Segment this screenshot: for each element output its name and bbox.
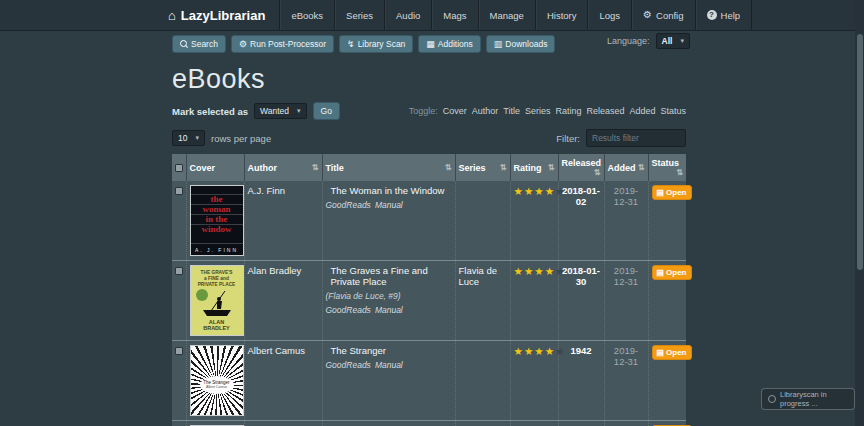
column-header-status[interactable]: Status⇅ xyxy=(648,154,686,181)
manual-link[interactable]: Manual xyxy=(375,200,403,210)
downloads-button[interactable]: ▥Downloads xyxy=(486,35,556,53)
title-link[interactable]: The Stranger xyxy=(326,345,452,356)
nav-item-logs[interactable]: Logs xyxy=(587,0,631,30)
author-link[interactable]: Albert Camus xyxy=(248,345,306,356)
star-filled-icon: ★ xyxy=(545,345,555,357)
nav-item-help[interactable]: ?Help xyxy=(695,0,753,30)
sort-icon[interactable]: ⇅ xyxy=(312,163,319,172)
row-checkbox[interactable] xyxy=(175,267,183,275)
additions-button[interactable]: ▦Additions xyxy=(418,35,480,53)
open-button-label: Open xyxy=(666,348,686,357)
source-links: GoodReadsManual xyxy=(326,360,452,370)
toggle-link-author[interactable]: Author xyxy=(472,106,499,116)
scrollbar-track[interactable] xyxy=(855,0,864,426)
toggle-link-cover[interactable]: Cover xyxy=(443,106,467,116)
app-brand[interactable]: ⌂ LazyLibrarian xyxy=(168,0,279,30)
filter-input[interactable] xyxy=(586,129,686,147)
title-link[interactable]: The Graves a Fine and Private Place xyxy=(326,265,452,287)
nav-items: eBooksSeriesAudioMagsManageHistoryLogs⚙C… xyxy=(279,0,752,30)
toggle-link-status[interactable]: Status xyxy=(660,106,686,116)
title-cell: The Woman in the WindowGoodReadsManual xyxy=(322,181,455,261)
select-all-checkbox[interactable] xyxy=(175,164,183,172)
manual-link[interactable]: Manual xyxy=(375,305,403,315)
column-header-series[interactable]: Series⇅ xyxy=(455,154,510,181)
rows-per-page-select[interactable]: 10 ▾ xyxy=(172,130,205,146)
open-button[interactable]: ▤Open xyxy=(652,185,692,200)
manual-link[interactable]: Manual xyxy=(375,360,403,370)
toast-notification[interactable]: Libraryscan in progress ... xyxy=(761,388,855,410)
book-cover-stranger[interactable]: The StrangerAlbert Camus xyxy=(190,345,244,416)
toggle-link-rating[interactable]: Rating xyxy=(555,106,581,116)
scrollbar-thumb[interactable] xyxy=(857,34,863,270)
app-brand-label: LazyLibrarian xyxy=(181,8,266,23)
star-rating[interactable]: ★★★★★ xyxy=(514,265,566,277)
nav-item-label: Logs xyxy=(599,10,620,21)
star-rating[interactable]: ★★★★★ xyxy=(514,185,566,197)
author-link[interactable]: A.J. Finn xyxy=(248,185,286,196)
rating-cell: ★★★★★ xyxy=(510,181,558,261)
nav-item-history[interactable]: History xyxy=(535,0,588,30)
nav-item-mags[interactable]: Mags xyxy=(431,0,477,30)
row-checkbox[interactable] xyxy=(175,347,183,355)
goodreads-link[interactable]: GoodReads xyxy=(326,305,371,315)
nav-item-label: eBooks xyxy=(291,10,323,21)
goodreads-link[interactable]: GoodReads xyxy=(326,200,371,210)
column-header-author[interactable]: Author⇅ xyxy=(244,154,322,181)
nav-item-series[interactable]: Series xyxy=(334,0,384,30)
title-cell: The Graves a Fine and Private Place(Flav… xyxy=(322,261,455,341)
search-button[interactable]: Search xyxy=(172,35,226,53)
library-scan-button[interactable]: ↯Library Scan xyxy=(339,35,413,53)
nav-item-manage[interactable]: Manage xyxy=(478,0,535,30)
column-header-title[interactable]: Title⇅ xyxy=(322,154,455,181)
toggle-link-added[interactable]: Added xyxy=(629,106,655,116)
author-link[interactable]: Alan Bradley xyxy=(248,265,302,276)
star-filled-icon: ★ xyxy=(514,185,524,197)
book-cover-graves[interactable]: THE GRAVE'Sa FINE andPRIVATE PLACEALANBR… xyxy=(190,265,244,336)
chevron-down-icon: ▾ xyxy=(680,37,684,45)
run-post-processor-button[interactable]: ⚙Run Post-Processor xyxy=(231,35,334,53)
nav-item-ebooks[interactable]: eBooks xyxy=(279,0,334,30)
row-select-cell xyxy=(172,181,186,261)
book-cover-woman[interactable]: thewomanin thewindowA. J. FINN xyxy=(190,185,244,256)
column-header-added[interactable]: Added⇅ xyxy=(604,154,648,181)
sort-icon[interactable]: ⇅ xyxy=(638,163,645,172)
sort-icon[interactable]: ⇅ xyxy=(548,163,555,172)
book-icon: ▤ xyxy=(657,268,665,277)
column-header-rating[interactable]: Rating⇅ xyxy=(510,154,558,181)
table-body: thewomanin thewindowA. J. FINNA.J. FinnT… xyxy=(172,181,686,426)
book-icon: ▤ xyxy=(657,348,665,357)
open-button[interactable]: ▤Open xyxy=(652,265,692,280)
nav-item-config[interactable]: ⚙Config xyxy=(631,0,694,30)
go-button[interactable]: Go xyxy=(313,102,340,120)
mark-status-select[interactable]: Wanted ▾ xyxy=(254,103,307,119)
sort-icon[interactable]: ⇅ xyxy=(594,168,601,177)
top-navbar: ⌂ LazyLibrarian eBooksSeriesAudioMagsMan… xyxy=(0,0,864,31)
archive-icon: ▥ xyxy=(494,40,503,49)
title-cell: A Clockwork OrangeGoodReadsManual xyxy=(322,421,455,426)
spinner-icon xyxy=(768,395,776,403)
sort-icon[interactable]: ⇅ xyxy=(500,163,507,172)
title-link[interactable]: The Woman in the Window xyxy=(326,185,452,196)
bolt-icon: ↯ xyxy=(347,40,355,49)
series-cell xyxy=(455,421,510,426)
star-filled-icon: ★ xyxy=(524,185,534,197)
open-button[interactable]: ▤Open xyxy=(652,345,692,360)
star-rating[interactable]: ★★★★★ xyxy=(514,345,566,357)
column-header-released[interactable]: Released⇅ xyxy=(558,154,604,181)
sort-icon[interactable]: ⇅ xyxy=(445,163,452,172)
language-select[interactable]: All ▾ xyxy=(656,33,690,49)
toolbar-button-label: Library Scan xyxy=(358,39,406,49)
toggle-link-series[interactable]: Series xyxy=(525,106,551,116)
language-label: Language: xyxy=(607,36,650,46)
row-checkbox[interactable] xyxy=(175,187,183,195)
goodreads-link[interactable]: GoodReads xyxy=(326,360,371,370)
toggle-link-title[interactable]: Title xyxy=(503,106,520,116)
toggle-link-released[interactable]: Released xyxy=(586,106,624,116)
nav-item-audio[interactable]: Audio xyxy=(384,0,431,30)
nav-item-label: Manage xyxy=(490,10,524,21)
nav-item-label: Help xyxy=(721,10,741,21)
toolbar-button-label: Downloads xyxy=(505,39,547,49)
status-cell: ▤Open xyxy=(648,421,686,426)
sort-icon[interactable]: ⇅ xyxy=(676,168,683,177)
column-header-label: Cover xyxy=(190,163,216,173)
